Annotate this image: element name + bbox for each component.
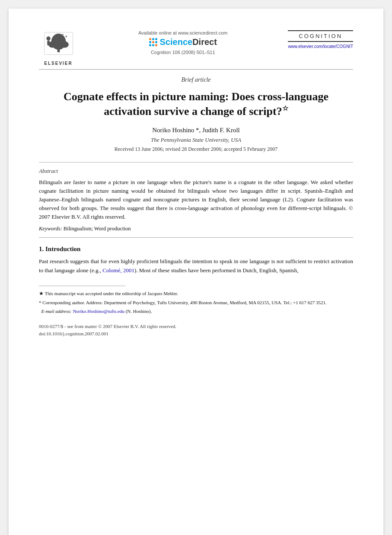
page-header: ✦ ✦ ELSEVIER Available online at www.sci… bbox=[39, 30, 353, 66]
sd-dot-9 bbox=[155, 44, 157, 46]
journal-citation: Cognition 106 (2008) 501–511 bbox=[86, 50, 279, 55]
svg-point-4 bbox=[61, 41, 69, 48]
svg-text:✦: ✦ bbox=[62, 33, 64, 36]
keywords-values: Bilingualism; Word production bbox=[64, 226, 131, 232]
sd-dot-8 bbox=[152, 44, 154, 46]
sd-dot-1 bbox=[149, 38, 151, 40]
article-title: Cognate effects in picture naming: Does … bbox=[39, 89, 353, 119]
footnote-star-text: This manuscript was accepted under the e… bbox=[45, 291, 178, 296]
sd-dot-5 bbox=[152, 41, 154, 43]
issn-line: 0010-0277/$ - see front matter © 2007 El… bbox=[39, 323, 353, 331]
article-type: Brief article bbox=[39, 76, 353, 83]
keywords-label: Keywords: bbox=[39, 226, 62, 232]
corresponding-star: * bbox=[39, 300, 41, 305]
right-header: COGNITION www.elsevier.com/locate/COGNIT bbox=[288, 30, 353, 49]
sd-icon bbox=[149, 38, 157, 46]
footnote-email: E-mail address: Noriko.Hoshino@tufts.edu… bbox=[39, 308, 353, 315]
footnote-star-symbol: ★ bbox=[39, 290, 44, 296]
sd-dot-2 bbox=[152, 38, 154, 40]
email-label: E-mail address: bbox=[41, 309, 72, 314]
abstract-section: Abstract Bilinguals are faster to name a… bbox=[39, 168, 353, 232]
svg-text:✦: ✦ bbox=[64, 35, 67, 38]
cognition-brand: COGNITION bbox=[288, 30, 353, 42]
sd-dot-4 bbox=[149, 41, 151, 43]
bottom-info: 0010-0277/$ - see front matter © 2007 El… bbox=[39, 323, 353, 338]
intro-heading: 1. Introduction bbox=[39, 245, 353, 253]
svg-point-5 bbox=[46, 36, 50, 40]
received-dates: Received 13 June 2006; revised 28 Decemb… bbox=[39, 146, 353, 153]
intro-body: Past research suggests that for even hig… bbox=[39, 257, 353, 275]
title-star: ☆ bbox=[282, 105, 288, 112]
elsevier-logo: ✦ ✦ ELSEVIER bbox=[39, 30, 78, 66]
abstract-divider-bottom bbox=[39, 237, 353, 238]
article-page: ✦ ✦ ELSEVIER Available online at www.sci… bbox=[9, 9, 383, 535]
svg-rect-6 bbox=[47, 41, 50, 45]
footnote-corresponding: * Corresponding author. Address: Departm… bbox=[39, 299, 353, 306]
footnotes-divider bbox=[39, 286, 125, 286]
sd-dot-3 bbox=[155, 38, 157, 40]
corresponding-text: Corresponding author. Address: Departmen… bbox=[42, 300, 326, 305]
elsevier-tree-icon: ✦ ✦ bbox=[42, 30, 75, 60]
doi-line: doi:10.1016/j.cognition.2007.02.001 bbox=[39, 330, 353, 338]
abstract-text: Bilinguals are faster to name a picture … bbox=[39, 178, 353, 222]
affiliation: The Pennsylvania State University, USA bbox=[39, 137, 353, 143]
footnote-star: ★ This manuscript was accepted under the… bbox=[39, 290, 353, 297]
colome-reference[interactable]: Colomé, 2001 bbox=[102, 267, 134, 274]
introduction-section: 1. Introduction Past research suggests t… bbox=[39, 245, 353, 275]
email-link[interactable]: Noriko.Hoshino@tufts.edu bbox=[73, 309, 124, 314]
header-divider bbox=[39, 69, 353, 70]
sciencedirect-logo: ScienceDirect bbox=[86, 37, 279, 47]
available-online-text: Available online at www.sciencedirect.co… bbox=[86, 30, 279, 35]
sciencedirect-wordmark: ScienceDirect bbox=[160, 37, 217, 47]
abstract-divider-top bbox=[39, 162, 353, 162]
center-header: Available online at www.sciencedirect.co… bbox=[78, 30, 288, 55]
email-suffix: (N. Hoshino). bbox=[126, 309, 152, 314]
elsevier-label: ELSEVIER bbox=[44, 61, 72, 66]
title-text: Cognate effects in picture naming: Does … bbox=[64, 90, 328, 118]
sd-dot-7 bbox=[149, 44, 151, 46]
authors: Noriko Hoshino *, Judith F. Kroll bbox=[39, 127, 353, 134]
sd-dot-6 bbox=[155, 41, 157, 43]
keywords: Keywords: Bilingualism; Word production bbox=[39, 226, 353, 232]
abstract-label: Abstract bbox=[39, 168, 353, 175]
journal-url: www.elsevier.com/locate/COGNIT bbox=[288, 44, 353, 49]
